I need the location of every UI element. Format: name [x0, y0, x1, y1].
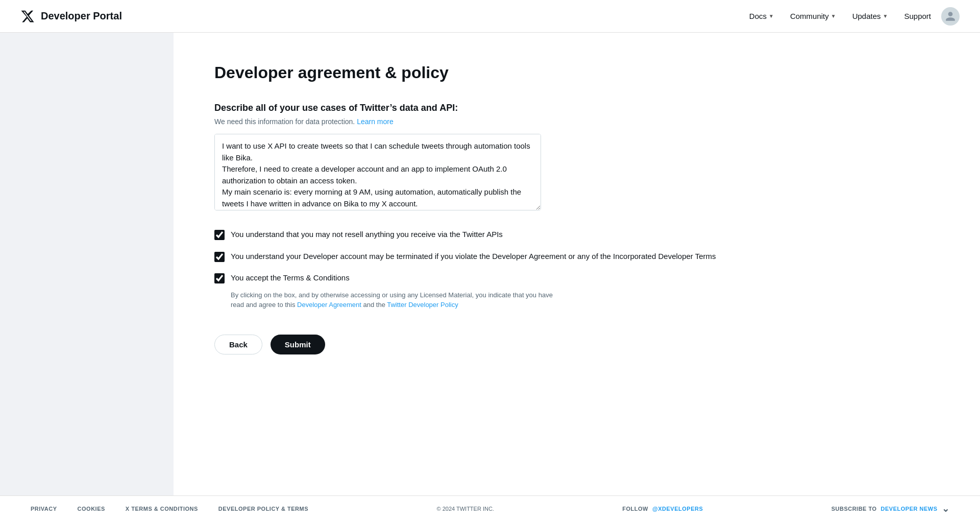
- submit-button[interactable]: Submit: [271, 335, 325, 354]
- footer-privacy[interactable]: PRIVACY: [31, 506, 57, 512]
- checkboxes-section: You understand that you may not resell a…: [214, 229, 939, 310]
- x-logo[interactable]: [20, 9, 35, 23]
- footer: PRIVACY COOKIES X TERMS & CONDITIONS DEV…: [0, 495, 980, 521]
- page-wrapper: Developer agreement & policy Describe al…: [0, 33, 980, 495]
- nav-updates[interactable]: Updates ▼: [846, 8, 894, 25]
- footer-copyright: © 2024 TWITTER INC.: [436, 506, 494, 512]
- navbar-left: Developer Portal: [20, 9, 122, 23]
- navbar: Developer Portal Docs ▼ Community ▼ Upda…: [0, 0, 980, 33]
- community-chevron-icon: ▼: [831, 13, 836, 19]
- footer-chevron-down-icon[interactable]: ⌄: [942, 503, 950, 514]
- checkbox-item-3: You accept the Terms & Conditions: [214, 272, 939, 284]
- main-content: Developer agreement & policy Describe al…: [174, 33, 980, 495]
- checkbox-resell-label: You understand that you may not resell a…: [231, 229, 503, 241]
- footer-x-terms[interactable]: X TERMS & CONDITIONS: [126, 506, 198, 512]
- page-title: Developer agreement & policy: [214, 63, 939, 82]
- footer-cookies[interactable]: COOKIES: [78, 506, 105, 512]
- section-subtitle: We need this information for data protec…: [214, 117, 939, 126]
- checkbox-item-1: You understand that you may not resell a…: [214, 229, 939, 241]
- checkbox-item-2: You understand your Developer account ma…: [214, 251, 939, 263]
- nav-docs[interactable]: Docs ▼: [743, 8, 780, 25]
- button-row: Back Submit: [214, 335, 939, 354]
- use-case-textarea[interactable]: I want to use X API to create tweets so …: [214, 134, 541, 210]
- twitter-policy-link[interactable]: Twitter Developer Policy: [387, 301, 458, 309]
- avatar[interactable]: [941, 7, 960, 26]
- checkbox-terms[interactable]: [214, 273, 225, 283]
- nav-community[interactable]: Community ▼: [784, 8, 842, 25]
- checkbox-resell[interactable]: [214, 230, 225, 240]
- checkbox-terms-label: You accept the Terms & Conditions: [231, 272, 350, 284]
- checkbox-termination-label: You understand your Developer account ma…: [231, 251, 716, 263]
- sidebar: [0, 33, 174, 495]
- docs-chevron-icon: ▼: [769, 13, 774, 19]
- navbar-right: Docs ▼ Community ▼ Updates ▼ Support: [743, 7, 960, 26]
- learn-more-link[interactable]: Learn more: [357, 117, 394, 126]
- footer-subscribe: SUBSCRIBE TO DEVELOPER NEWS ⌄: [831, 503, 949, 514]
- footer-developer-policy[interactable]: DEVELOPER POLICY & TERMS: [218, 506, 308, 512]
- brand-title: Developer Portal: [41, 10, 122, 22]
- footer-links: PRIVACY COOKIES X TERMS & CONDITIONS DEV…: [31, 506, 308, 512]
- footer-follow: FOLLOW @XDEVELOPERS: [622, 506, 703, 512]
- use-cases-section: Describe all of your use cases of Twitte…: [214, 103, 939, 212]
- follow-handle-link[interactable]: @XDEVELOPERS: [652, 506, 703, 512]
- checkbox-item-3-wrapper: You accept the Terms & Conditions By cli…: [214, 272, 939, 310]
- developer-news-link[interactable]: DEVELOPER NEWS: [881, 506, 938, 512]
- nav-support[interactable]: Support: [898, 8, 937, 25]
- back-button[interactable]: Back: [214, 335, 262, 354]
- checkbox-termination[interactable]: [214, 252, 225, 262]
- updates-chevron-icon: ▼: [883, 13, 888, 19]
- section-title: Describe all of your use cases of Twitte…: [214, 103, 939, 113]
- terms-note: By clicking on the box, and by otherwise…: [231, 290, 557, 310]
- developer-agreement-link[interactable]: Developer Agreement: [297, 301, 361, 309]
